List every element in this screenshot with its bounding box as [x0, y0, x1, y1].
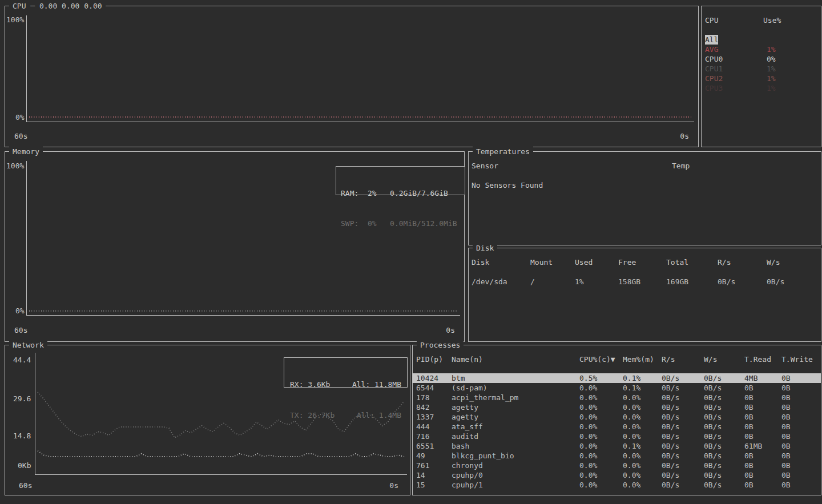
- process-row[interactable]: 49blkcg_punt_bio0.0%0.0%0B/s0B/s0B0B: [413, 451, 821, 461]
- process-cell: (sd-pam): [452, 383, 579, 393]
- process-cell: 0.5%: [579, 373, 623, 383]
- cpu-legend-row[interactable]: CPU21%: [705, 74, 817, 83]
- process-cell: 0B: [781, 432, 821, 441]
- process-row[interactable]: 716auditd0.0%0.0%0B/s0B/s0B0B: [413, 432, 821, 441]
- process-row[interactable]: 15cpuhp/10.0%0.0%0B/s0B/s0B0B: [413, 480, 821, 490]
- process-row[interactable]: 6551bash0.0%0.1%0B/s0B/s61MB0B: [413, 441, 821, 451]
- process-cell: 0B/s: [662, 451, 704, 461]
- process-cell: 0B: [781, 383, 821, 393]
- cpu-legend-use: 1%: [767, 83, 776, 93]
- process-cell: 14: [416, 470, 452, 480]
- process-cell: auditd: [452, 432, 579, 441]
- process-col-ws[interactable]: W/s: [704, 354, 744, 364]
- network-legend-rx-all: All: 11.8MB: [352, 379, 401, 390]
- disk-col-free: Free: [618, 257, 666, 267]
- process-cell: 0B/s: [662, 432, 704, 441]
- process-col-rs[interactable]: R/s: [662, 354, 704, 364]
- process-cell: 0B/s: [704, 480, 744, 490]
- process-cell: 0B: [744, 402, 781, 412]
- process-cell: 0B: [781, 422, 821, 432]
- process-row[interactable]: 14cpuhp/00.0%0.0%0B/s0B/s0B0B: [413, 470, 821, 480]
- process-cell: 0B/s: [662, 470, 704, 480]
- process-cell: 0B/s: [662, 422, 704, 432]
- disk-cell: 158GB: [618, 277, 666, 287]
- disk-col-disk: Disk: [472, 257, 530, 267]
- cpu-legend-panel[interactable]: CPU Use% AllAVG1%CPU00%CPU11%CPU21%CPU31…: [701, 6, 821, 147]
- disk-panel-title: Disk: [473, 243, 497, 253]
- disk-cell: 169GB: [666, 277, 718, 287]
- cpu-legend-row[interactable]: CPU11%: [705, 64, 817, 74]
- process-cell: 0.1%: [623, 441, 662, 451]
- disk-cell: /dev/sda: [472, 277, 530, 287]
- process-row[interactable]: 178acpi_thermal_pm0.0%0.0%0B/s0B/s0B0B: [413, 393, 821, 402]
- disk-header-row: Disk Mount Used Free Total R/s W/s: [469, 257, 821, 267]
- temperatures-panel[interactable]: Temperatures Sensor Temp No Sensors Foun…: [468, 151, 821, 245]
- process-cell: 178: [416, 393, 452, 402]
- process-cell: 0B/s: [704, 451, 744, 461]
- process-col-name[interactable]: Name(n): [452, 354, 579, 364]
- process-cell: 761: [416, 461, 452, 470]
- network-legend-rx-row: RX: 3.6Kb All: 11.8MB: [284, 379, 407, 390]
- process-cell: 0.0%: [579, 480, 623, 490]
- process-col-mem[interactable]: Mem%(m): [623, 354, 662, 364]
- network-y-label-2: 29.6: [13, 394, 31, 404]
- process-col-pid[interactable]: PID(p): [416, 354, 452, 364]
- cpu-panel-title: CPU ─ 0.00 0.00 0.00: [9, 1, 106, 11]
- process-row[interactable]: 6544(sd-pam)0.0%0.1%0B/s0B/s0B0B: [413, 383, 821, 393]
- network-panel[interactable]: Network 44.4 29.6 14.8 0Kb 60s 0s RX: 3.…: [5, 345, 410, 495]
- cpu-legend-row[interactable]: CPU00%: [705, 54, 817, 64]
- process-cell: agetty: [452, 412, 579, 422]
- process-cell: 1337: [416, 412, 452, 422]
- process-cell: 4MB: [744, 373, 781, 383]
- cpu-legend-name: CPU3: [705, 83, 723, 93]
- process-row[interactable]: 10424btm0.5%0.1%0B/s0B/s4MB0B: [413, 373, 821, 383]
- process-cell: 716: [416, 432, 452, 441]
- process-cell: 0B: [744, 461, 781, 470]
- process-cell: 0.0%: [623, 461, 662, 470]
- memory-panel[interactable]: Memory 100% 0% 60s 0s RAM: 2% 0.2GiB/7.6…: [5, 151, 465, 342]
- cpu-legend-rows: AllAVG1%CPU00%CPU11%CPU21%CPU31%: [705, 35, 817, 93]
- cpu-legend-row[interactable]: CPU31%: [705, 83, 817, 93]
- process-cell: 15: [416, 480, 452, 490]
- disk-row[interactable]: /dev/sda/1%158GB169GB0B/s0B/s: [469, 277, 821, 287]
- process-cell: acpi_thermal_pm: [452, 393, 579, 402]
- process-cell: chronyd: [452, 461, 579, 470]
- process-cell: 0.0%: [579, 441, 623, 451]
- cpu-legend-col-use: Use%: [763, 15, 781, 25]
- process-cell: 0.0%: [579, 451, 623, 461]
- network-legend-tx-all: All: 1.4MB: [357, 410, 401, 421]
- process-col-cpu-sort[interactable]: CPU%(c)▼: [579, 354, 623, 364]
- process-cell: 0B/s: [704, 402, 744, 412]
- cpu-x-left-label: 60s: [14, 131, 27, 141]
- process-row[interactable]: 1337agetty0.0%0.0%0B/s0B/s0B0B: [413, 412, 821, 422]
- cpu-panel[interactable]: CPU ─ 0.00 0.00 0.00 100% 0% 60s 0s: [5, 6, 699, 147]
- process-cell: 0B/s: [704, 441, 744, 451]
- memory-legend-swap: SWP: 0% 0.0MiB/512.0MiB: [341, 218, 465, 229]
- cpu-usage-chart: [27, 15, 693, 122]
- process-cell: 0B: [781, 412, 821, 422]
- process-col-tread[interactable]: T.Read: [744, 354, 781, 364]
- process-cell: 0.0%: [579, 461, 623, 470]
- process-cell: btm: [452, 373, 579, 383]
- process-cell: 0.0%: [623, 393, 662, 402]
- process-col-twrite[interactable]: T.Write: [781, 354, 821, 364]
- cpu-legend-row[interactable]: All: [705, 35, 817, 45]
- process-cell: 0B: [744, 470, 781, 480]
- processes-panel[interactable]: Processes PID(p) Name(n) CPU%(c)▼ Mem%(m…: [412, 345, 821, 495]
- process-cell: 49: [416, 451, 452, 461]
- process-cell: 61MB: [744, 441, 781, 451]
- process-cell: 0B: [744, 451, 781, 461]
- process-row[interactable]: 842agetty0.0%0.0%0B/s0B/s0B0B: [413, 402, 821, 412]
- process-cell: 6551: [416, 441, 452, 451]
- network-x-left-label: 60s: [19, 481, 32, 490]
- process-cell: bash: [452, 441, 579, 451]
- memory-x-right-label: 0s: [446, 325, 455, 335]
- process-cell: 0B/s: [704, 432, 744, 441]
- cpu-legend-row[interactable]: AVG1%: [705, 45, 817, 54]
- process-row[interactable]: 761chronyd0.0%0.0%0B/s0B/s0B0B: [413, 461, 821, 470]
- process-cell: 0B/s: [662, 393, 704, 402]
- disk-panel[interactable]: Disk Disk Mount Used Free Total R/s W/s …: [468, 248, 821, 342]
- disk-rows: /dev/sda/1%158GB169GB0B/s0B/s: [469, 277, 821, 287]
- temperatures-col-temp: Temp: [672, 161, 690, 171]
- process-row[interactable]: 444ata_sff0.0%0.0%0B/s0B/s0B0B: [413, 422, 821, 432]
